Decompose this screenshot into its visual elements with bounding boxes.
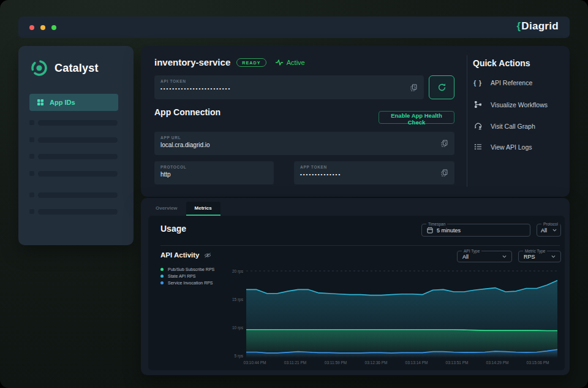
legend-item: State API RPS: [160, 274, 214, 278]
call-graph-icon: [473, 122, 483, 130]
window-bar: {Diagrid: [18, 17, 570, 38]
chart-legend: Pub/Sub Subscribe RPS State API RPS Serv…: [160, 267, 214, 287]
svg-text:03:12:36 PM: 03:12:36 PM: [365, 360, 388, 365]
catalyst-logo-text: Catalyst: [55, 62, 99, 75]
protocol-field: PROTOCOL http: [154, 161, 274, 184]
app-url-value: local.cra.diagrid.io: [160, 142, 448, 148]
diagrid-logo-mark: {: [516, 20, 521, 32]
svg-text:5 rps: 5 rps: [235, 354, 244, 359]
app-token-value: ••••••••••••••: [300, 172, 448, 177]
copy-app-token-button[interactable]: [440, 168, 449, 178]
catalyst-logo: Catalyst: [29, 58, 99, 78]
api-token-value: ••••••••••••••••••••••••: [160, 86, 418, 91]
catalyst-logo-icon: [29, 58, 49, 78]
enable-health-check-button[interactable]: Enable App Health Check: [379, 111, 454, 124]
protocol-filter-select[interactable]: Protocol All: [537, 224, 561, 237]
copy-icon: [410, 84, 417, 91]
svg-text:03:14:29 PM: 03:14:29 PM: [486, 360, 509, 365]
quick-action-visit-call-graph[interactable]: Visit Call Graph: [473, 122, 565, 130]
svg-text:03:15:06 PM: 03:15:06 PM: [527, 360, 549, 365]
sidebar: Catalyst App IDs: [18, 46, 134, 245]
tab-metrics[interactable]: Metrics: [186, 202, 221, 216]
svg-text:03:10:44 PM: 03:10:44 PM: [244, 360, 266, 365]
minimize-window-button[interactable]: [40, 25, 45, 30]
regenerate-token-button[interactable]: [429, 75, 454, 99]
diagrid-logo: {Diagrid: [516, 20, 559, 32]
sidebar-item-app-ids[interactable]: App IDs: [29, 94, 118, 111]
copy-app-url-button[interactable]: [440, 139, 449, 148]
api-activity-heading: API Activity: [160, 251, 199, 259]
legend-dot-service-invocation: [160, 281, 164, 284]
chevron-down-icon: [552, 229, 557, 232]
app-url-label: APP URL: [160, 135, 448, 140]
chevron-down-icon: [502, 255, 507, 258]
copy-icon: [441, 140, 448, 147]
pulse-icon: [275, 59, 284, 66]
legend-item: Pub/Sub Subscribe RPS: [160, 267, 214, 272]
list-icon: [473, 143, 483, 151]
quick-action-visualize-workflows[interactable]: Visualize Workflows: [473, 101, 565, 108]
status-badge: READY: [236, 58, 266, 67]
braces-icon: { }: [473, 80, 483, 86]
skeleton-row: [18, 154, 134, 159]
usage-heading: Usage: [160, 224, 186, 234]
api-token-label: API TOKEN: [160, 79, 418, 83]
chevron-down-icon: [551, 255, 556, 258]
api-type-label: API Type: [462, 249, 481, 253]
refresh-icon: [437, 83, 447, 92]
quick-actions-heading: Quick Actions: [473, 58, 530, 68]
copy-api-token-button[interactable]: [409, 83, 418, 93]
legend-dot-pubsub: [160, 268, 164, 271]
calendar-icon: [427, 227, 433, 234]
timespan-input[interactable]: Timespan 5 minutes: [421, 224, 530, 237]
app-token-label: APP TOKEN: [300, 165, 448, 169]
active-status-label: Active: [287, 59, 305, 66]
copy-icon: [441, 169, 448, 177]
quick-actions-divider: [467, 55, 467, 187]
sidebar-item-label: App IDs: [50, 99, 75, 106]
skeleton-row: [18, 120, 134, 126]
tab-bar: Overview Metrics: [147, 202, 221, 216]
metric-type-select[interactable]: Metric Type RPS: [518, 251, 561, 262]
svg-text:03:11:59 PM: 03:11:59 PM: [325, 360, 347, 365]
quick-action-api-reference[interactable]: { } API Reference: [473, 79, 565, 86]
app-connection-heading: App Connection: [154, 107, 221, 117]
close-window-button[interactable]: [29, 25, 34, 30]
timespan-value: 5 minutes: [437, 227, 461, 234]
legend-dot-state-api: [160, 275, 164, 278]
svg-text:03:13:14 PM: 03:13:14 PM: [405, 360, 428, 365]
svg-text:10 rps: 10 rps: [232, 325, 244, 330]
api-type-value: All: [462, 254, 469, 260]
workflow-icon: [473, 101, 483, 108]
diagrid-logo-text: Diagrid: [521, 20, 559, 32]
skeleton-row: [18, 137, 134, 143]
app-screenshot: {Diagrid Catalyst App IDs: [0, 0, 588, 388]
app-url-field: APP URL local.cra.diagrid.io: [154, 132, 454, 155]
sidebar-skeleton-list: [18, 120, 134, 226]
svg-text:20 rps: 20 rps: [232, 269, 244, 274]
skeleton-row: [18, 209, 134, 215]
tab-overview[interactable]: Overview: [147, 202, 186, 216]
eye-off-icon[interactable]: [204, 253, 211, 258]
maximize-window-button[interactable]: [51, 25, 56, 30]
metrics-panel: Overview Metrics Usage Timespan 5 minute…: [141, 198, 570, 375]
timespan-label: Timespan: [426, 222, 447, 226]
usage-section: Usage Timespan 5 minutes Protocol All: [148, 216, 565, 370]
legend-item: Service Invocation RPS: [160, 281, 214, 285]
api-token-field: API TOKEN ••••••••••••••••••••••••: [154, 75, 424, 99]
metric-type-value: RPS: [524, 254, 535, 260]
svg-text:03:11:21 PM: 03:11:21 PM: [284, 360, 306, 365]
svg-text:03:13:51 PM: 03:13:51 PM: [446, 360, 469, 365]
quick-action-view-api-logs[interactable]: View API Logs: [473, 143, 565, 151]
api-type-select[interactable]: API Type All: [457, 251, 512, 262]
skeleton-row: [18, 192, 134, 198]
protocol-filter-value: All: [541, 227, 547, 234]
section-divider: [160, 245, 560, 246]
protocol-filter-label: Protocol: [541, 222, 560, 226]
metric-type-label: Metric Type: [523, 249, 547, 253]
page-title: inventory-service: [154, 57, 230, 67]
svg-text:15 rps: 15 rps: [232, 297, 244, 302]
grid-icon: [37, 99, 44, 106]
protocol-value: http: [160, 171, 268, 178]
api-activity-chart: 20 rps15 rps10 rps5 rps03:10:44 PM03:11:…: [228, 266, 561, 368]
